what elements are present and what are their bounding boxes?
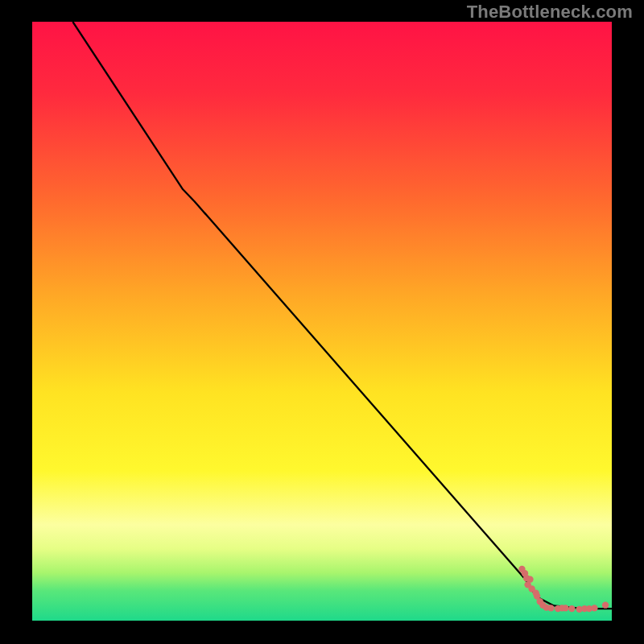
data-point (591, 605, 597, 611)
watermark-text: TheBottleneck.com (467, 2, 633, 23)
data-point (568, 605, 575, 612)
data-point (602, 601, 609, 608)
plot-area (32, 22, 612, 621)
data-point (547, 605, 554, 611)
chart-frame: TheBottleneck.com (0, 0, 644, 644)
gradient-background (32, 22, 612, 621)
chart-svg (32, 22, 612, 621)
data-point (562, 605, 568, 611)
